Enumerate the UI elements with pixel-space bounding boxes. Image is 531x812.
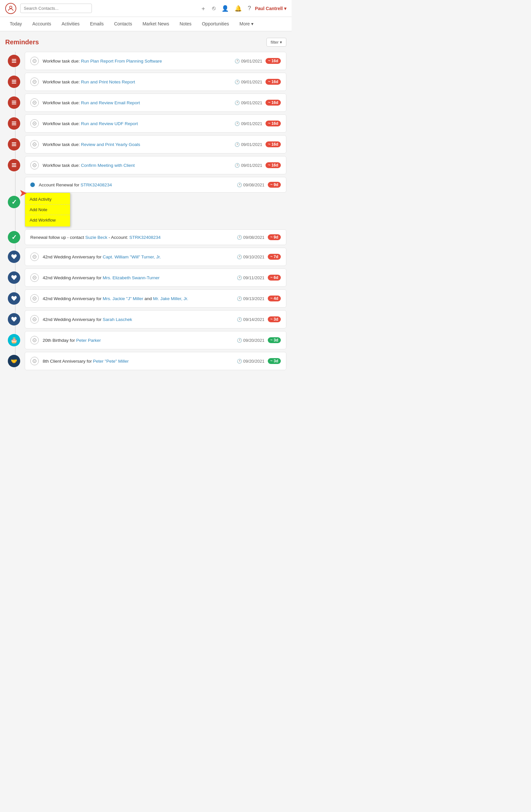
nav-accounts[interactable]: Accounts (28, 18, 56, 30)
overdue-badge: ~ 7d (268, 254, 281, 260)
reminder-link[interactable]: Run and Print Notes Report (81, 79, 135, 84)
header-icons: ＋ ⎋ 👤 🔔 ? (200, 4, 251, 12)
anniversary-icon (8, 313, 20, 325)
reminder-text: Workflow task due: Run and Review UDF Re… (43, 121, 231, 126)
expand-button[interactable] (30, 57, 39, 65)
add-workflow-menu-item[interactable]: Add Workflow (25, 215, 70, 225)
chevron-down-icon: ▾ (251, 21, 253, 26)
reminder-meta: 🕐 09/08/2021 ~ 9d (237, 182, 281, 188)
reminder-link[interactable]: Peter Parker (76, 338, 101, 343)
expand-button[interactable] (30, 357, 39, 365)
user-avatar[interactable] (5, 3, 16, 14)
anniversary-icon (8, 272, 20, 284)
expand-button[interactable] (30, 161, 39, 170)
reminder-link[interactable]: Sarah Laschek (103, 317, 132, 322)
share-icon[interactable]: ⎋ (212, 5, 216, 12)
reminder-link[interactable]: Review and Print Yearly Goals (81, 142, 141, 147)
expand-button[interactable] (30, 119, 39, 128)
reminders-title: Reminders (5, 39, 39, 46)
svg-point-20 (33, 143, 36, 146)
header: ＋ ⎋ 👤 🔔 ? Paul Cantrell ▾ (0, 0, 292, 17)
expand-button[interactable] (30, 140, 39, 149)
reminder-card: Workflow task due: Run and Review UDF Re… (25, 114, 286, 133)
reminder-text: 42nd Wedding Anniversary for Mrs. Elizab… (43, 275, 233, 280)
bell-icon[interactable]: 🔔 (235, 5, 242, 12)
expand-button[interactable] (30, 294, 39, 303)
svg-rect-5 (12, 80, 16, 81)
nav-emails[interactable]: Emails (85, 18, 108, 30)
overdue-badge: ~ 4d (268, 295, 281, 301)
reminder-link[interactable]: Mrs. Elizabeth Swann-Turner (103, 275, 159, 280)
expand-button[interactable] (30, 336, 39, 344)
nav-market-news[interactable]: Market News (138, 18, 174, 30)
filter-button[interactable]: filter ▾ (266, 38, 286, 47)
nav-more[interactable]: More ▾ (235, 18, 258, 30)
chevron-down-icon: ▾ (284, 6, 286, 11)
add-activity-menu-item[interactable]: Add Activity (25, 194, 70, 205)
reminder-card: Account Renewal for STRK32408234 🕐 09/08… (25, 177, 286, 192)
dropdown-arrow-indicator (18, 189, 27, 198)
svg-rect-15 (12, 125, 16, 125)
nav-today[interactable]: Today (5, 18, 26, 30)
reminder-card: 42nd Wedding Anniversary for Mrs. Elizab… (25, 269, 286, 287)
svg-rect-3 (12, 62, 16, 62)
reminder-link[interactable]: Run and Review UDF Report (81, 121, 138, 126)
user-name: Paul Cantrell (255, 6, 283, 11)
reminder-text: Workflow task due: Review and Print Year… (43, 142, 231, 147)
svg-rect-17 (12, 142, 16, 143)
upcoming-badge: ~ 3d (268, 358, 281, 364)
reminder-card: Workflow task due: Run Plan Report From … (25, 52, 286, 70)
expand-button[interactable] (30, 77, 39, 86)
svg-point-8 (33, 80, 36, 83)
add-icon[interactable]: ＋ (200, 4, 206, 12)
workflow-icon (8, 159, 20, 171)
overdue-badge: ~ 16d (265, 120, 281, 127)
svg-rect-6 (12, 82, 16, 82)
overdue-badge: ~ 16d (265, 79, 281, 85)
header-user[interactable]: Paul Cantrell ▾ (255, 6, 286, 11)
reminder-text: 8th Client Anniversary for Peter "Pete" … (43, 359, 233, 364)
reminder-link[interactable]: Mrs. Jackie "J" Miller (103, 296, 143, 301)
reminder-link[interactable]: STRK32408234 (80, 183, 112, 187)
reminder-link[interactable]: Capt. William "Will" Turner, Jr. (103, 255, 161, 259)
expand-button[interactable] (30, 98, 39, 107)
nav-notes[interactable]: Notes (175, 18, 196, 30)
reminder-date: 🕐 09/08/2021 (237, 183, 265, 187)
expand-button[interactable] (30, 252, 39, 261)
reminder-card: 8th Client Anniversary for Peter "Pete" … (25, 352, 286, 370)
overdue-badge: ~ 16d (265, 141, 281, 147)
reminder-meta: 🕐 09/01/2021 ~ 16d (235, 120, 281, 127)
reminder-link[interactable]: Peter "Pete" Miller (93, 359, 129, 364)
reminder-meta: 🕐 09/01/2021 ~ 16d (235, 79, 281, 85)
add-note-menu-item[interactable]: Add Note (25, 205, 70, 215)
svg-rect-9 (12, 101, 16, 101)
nav-contacts[interactable]: Contacts (109, 18, 136, 30)
reminder-text: Workflow task due: Confirm Meeting with … (43, 163, 231, 168)
reminder-date: 🕐 09/10/2021 (237, 255, 265, 259)
reminder-date: 🕐 09/08/2021 (237, 235, 265, 240)
overdue-badge: ~ 9d (268, 234, 281, 240)
nav-opportunities[interactable]: Opportunities (197, 18, 234, 30)
overdue-badge: ~ 3d (268, 316, 281, 322)
help-icon[interactable]: ? (248, 5, 251, 12)
reminder-link[interactable]: Run Plan Report From Planning Software (81, 59, 162, 63)
reminder-row: Workflow task due: Run and Print Notes R… (25, 73, 286, 91)
reminder-link[interactable]: Confirm Meeting with Client (81, 163, 135, 168)
reminder-meta: 🕐 09/14/2021 ~ 3d (237, 316, 281, 322)
reminder-link[interactable]: Run and Review Email Report (81, 100, 140, 105)
svg-rect-21 (12, 163, 16, 164)
nav-activities[interactable]: Activities (57, 18, 84, 30)
reminder-link-2[interactable]: Mr. Jake Miller, Jr. (153, 296, 188, 301)
svg-point-28 (33, 297, 36, 300)
reminder-text: 42nd Wedding Anniversary for Sarah Lasch… (43, 317, 233, 322)
person-icon[interactable]: 👤 (222, 5, 229, 12)
reminder-text: Workflow task due: Run and Review Email … (43, 100, 231, 105)
expand-button[interactable] (30, 315, 39, 323)
reminder-link-2[interactable]: STRK32408234 (129, 235, 161, 240)
search-input[interactable] (20, 4, 92, 13)
expand-button[interactable] (30, 273, 39, 282)
svg-rect-19 (12, 145, 16, 146)
workflow-icon (8, 117, 20, 130)
reminder-row: 42nd Wedding Anniversary for Mrs. Elizab… (25, 269, 286, 287)
reminder-link[interactable]: Suzie Beck (85, 235, 107, 240)
